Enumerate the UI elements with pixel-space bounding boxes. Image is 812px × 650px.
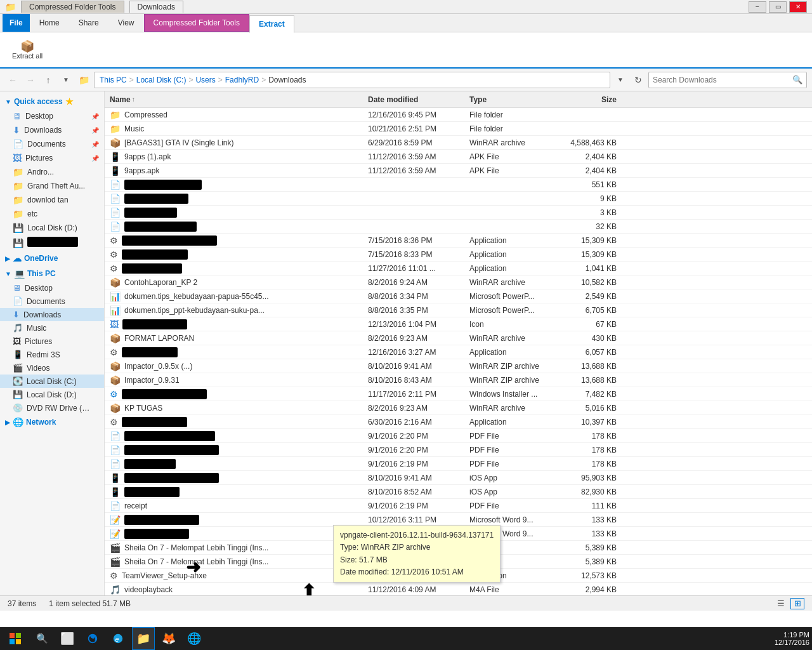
sidebar-item-localdisk-c[interactable]: 💽 Local Disk (C:) bbox=[0, 375, 104, 388]
tab-compressed-tools[interactable]: Compressed Folder Tools bbox=[144, 14, 250, 32]
sidebar-item-etc[interactable]: 📁 etc bbox=[0, 207, 104, 221]
col-header-name[interactable]: Name ↑ bbox=[105, 95, 368, 104]
tab-share[interactable]: Share bbox=[69, 14, 108, 32]
table-row[interactable]: 📄 32 KB bbox=[105, 220, 812, 234]
breadcrumb-thispc[interactable]: This PC bbox=[100, 76, 127, 84]
sidebar-item-pictures-pc[interactable]: 🖼 Pictures bbox=[0, 335, 104, 348]
sidebar-item-redacted-drive[interactable]: 💾 bbox=[0, 235, 104, 251]
table-row[interactable]: 🖼 12/13/2016 1:04 PM Icon 67 KB bbox=[105, 317, 812, 331]
sidebar-header-onedrive[interactable]: ▶ ☁ OneDrive bbox=[0, 251, 104, 266]
tab-downloads[interactable]: Downloads bbox=[129, 1, 183, 13]
table-row[interactable]: 📦 Impactor_0.9.5x (...) 8/10/2016 9:41 A… bbox=[105, 359, 812, 373]
breadcrumb[interactable]: This PC > Local Disk (C:) > Users > Fadh… bbox=[94, 72, 610, 88]
sidebar-item-localdisk-d2[interactable]: 💾 Local Disk (D:) bbox=[0, 388, 104, 401]
table-row[interactable]: ⚙ 6/30/2016 2:16 AM Application 10,397 K… bbox=[105, 415, 812, 429]
table-row[interactable]: ⚙ 11/27/2016 11:01 ... Application 1,041… bbox=[105, 262, 812, 275]
extract-all-button[interactable]: 📦 Extract all bbox=[8, 39, 47, 62]
table-row[interactable]: 📝 10/12/2016 3:11 PM Microsoft Word 9...… bbox=[105, 513, 812, 527]
start-button[interactable] bbox=[3, 627, 28, 650]
sidebar-item-documents-pc[interactable]: 📄 Documents bbox=[0, 295, 104, 308]
table-row[interactable]: 📦 FORMAT LAPORAN 8/2/2016 9:23 AM WinRAR… bbox=[105, 331, 812, 345]
table-row[interactable]: 📦 Impactor_0.9.31 8/10/2016 8:43 AM WinR… bbox=[105, 373, 812, 387]
sidebar-item-videos-pc[interactable]: 🎬 Videos bbox=[0, 361, 104, 375]
table-row[interactable]: 📦 [BAGAS31] GTA IV (Single Link) 6/29/20… bbox=[105, 136, 812, 150]
sidebar-item-music-pc[interactable]: 🎵 Music bbox=[0, 321, 104, 335]
table-row[interactable]: 📄 551 KB bbox=[105, 178, 812, 192]
table-row[interactable]: 📄 3 KB bbox=[105, 206, 812, 220]
table-row[interactable]: 📱 9apps (1).apk 11/12/2016 3:59 AM APK F… bbox=[105, 150, 812, 164]
table-row[interactable]: 📦 ContohLaporan_KP 2 8/2/2016 9:24 AM Wi… bbox=[105, 275, 812, 289]
sidebar-item-andro[interactable]: 📁 Andro... bbox=[0, 165, 104, 179]
table-row[interactable]: 📱 8/10/2016 8:52 AM iOS App 82,930 KB bbox=[105, 485, 812, 499]
breadcrumb-localdisk[interactable]: Local Disk (C:) bbox=[136, 76, 187, 84]
search-taskbar-button[interactable]: 🔍 bbox=[30, 627, 53, 650]
sidebar-item-pictures-pinned[interactable]: 🖼 Pictures 📌 bbox=[0, 151, 104, 165]
forward-button[interactable]: → bbox=[23, 72, 38, 88]
search-box[interactable]: 🔍 bbox=[648, 72, 807, 88]
table-row[interactable]: ⚙ 12/16/2016 3:27 AM Application 6,057 K… bbox=[105, 345, 812, 359]
col-header-date[interactable]: Date modified bbox=[368, 95, 469, 104]
table-row[interactable]: ⚙ 7/15/2016 8:33 PM Application 15,309 K… bbox=[105, 248, 812, 262]
col-header-type[interactable]: Type bbox=[469, 95, 558, 104]
sidebar-item-gta[interactable]: 📁 Grand Theft Au... bbox=[0, 179, 104, 193]
sidebar-header-network[interactable]: ▶ 🌐 Network bbox=[0, 415, 104, 430]
table-row[interactable]: 📝 10/12/2016 3:11 PM Microsoft Word 9...… bbox=[105, 527, 812, 541]
sidebar-item-localdisk-d[interactable]: 💾 Local Disk (D:) bbox=[0, 221, 104, 235]
sidebar-item-downloads-pc[interactable]: ⬇ Downloads bbox=[0, 308, 104, 321]
tab-compressed[interactable]: Compressed Folder Tools bbox=[21, 1, 124, 13]
table-row[interactable]: ⚙ 11/17/2016 2:11 PM Windows Installer .… bbox=[105, 387, 812, 401]
table-row[interactable]: 📄 receipt 9/1/2016 2:19 PM PDF File 111 … bbox=[105, 499, 812, 513]
table-row[interactable]: ⚙ TeamViewer_Setup-ahxe 12/11/2016 9:16 … bbox=[105, 569, 812, 583]
task-view-button[interactable]: ⬜ bbox=[56, 627, 79, 650]
table-row[interactable]: 📄 9/1/2016 2:19 PM PDF File 178 KB bbox=[105, 457, 812, 471]
refresh-button[interactable]: ↻ bbox=[631, 72, 646, 88]
restore-button[interactable]: ▭ bbox=[769, 1, 787, 13]
tab-view[interactable]: View bbox=[108, 14, 144, 32]
sidebar-item-redmi3s[interactable]: 📱 Redmi 3S bbox=[0, 348, 104, 361]
close-button[interactable]: ✕ bbox=[789, 1, 807, 13]
minimize-button[interactable]: − bbox=[749, 1, 766, 13]
recent-locations-button[interactable]: ▼ bbox=[58, 72, 74, 88]
table-row[interactable]: 📱 9apps.apk 11/12/2016 3:59 AM APK File … bbox=[105, 164, 812, 178]
sidebar-item-downloads-pinned[interactable]: ⬇ Downloads 📌 bbox=[0, 123, 104, 137]
sidebar-item-dvd[interactable]: 💿 DVD RW Drive (E:)... bbox=[0, 401, 104, 415]
tab-extract[interactable]: Extract bbox=[249, 15, 294, 33]
table-row[interactable]: 📁 Music 10/21/2016 2:51 PM File folder bbox=[105, 122, 812, 136]
table-row[interactable]: 📊 dokumen.tips_ppt-kebudayaan-suku-pa...… bbox=[105, 303, 812, 317]
large-icons-view-button[interactable]: ⊞ bbox=[790, 598, 804, 609]
sidebar-item-downlodtan[interactable]: 📁 downlod tan bbox=[0, 193, 104, 207]
sidebar-item-documents-pinned[interactable]: 📄 Documents 📌 bbox=[0, 137, 104, 151]
table-row[interactable]: 🎵 videoplayback 11/12/2016 4:09 AM M4A F… bbox=[105, 583, 812, 595]
tab-file[interactable]: File bbox=[3, 14, 30, 32]
edge-button[interactable] bbox=[81, 627, 104, 650]
breadcrumb-users[interactable]: Users bbox=[195, 76, 215, 84]
table-row[interactable]: 📱 8/10/2016 9:41 AM iOS App 95,903 KB bbox=[105, 471, 812, 485]
explorer-taskbar-button[interactable]: 📁 bbox=[132, 627, 155, 650]
table-row[interactable]: 📄 9/1/2016 2:20 PM PDF File 178 KB bbox=[105, 443, 812, 457]
file-list[interactable]: Name ↑ Date modified Type Size 📁 Compres… bbox=[105, 91, 812, 595]
ie-button[interactable]: e bbox=[107, 627, 129, 650]
firefox-button[interactable]: 🦊 bbox=[157, 627, 180, 650]
chrome-button[interactable]: 🌐 bbox=[183, 627, 206, 650]
table-row[interactable]: 📄 9/1/2016 2:20 PM PDF File 178 KB bbox=[105, 429, 812, 443]
search-input[interactable] bbox=[653, 76, 790, 84]
tab-home[interactable]: Home bbox=[30, 14, 69, 32]
back-button[interactable]: ← bbox=[5, 72, 20, 88]
dropdown-button[interactable]: ▼ bbox=[613, 72, 628, 88]
table-row[interactable]: 🎬 Sheila On 7 - Melompat Lebih Tinggi (I… bbox=[105, 555, 812, 569]
up-button[interactable]: ↑ bbox=[41, 72, 56, 88]
table-row[interactable]: 📊 dokumen.tips_kebudayaan-papua-55c45...… bbox=[105, 289, 812, 303]
sidebar-header-thispc[interactable]: ▼ 💻 This PC bbox=[0, 266, 104, 281]
col-header-size[interactable]: Size bbox=[558, 95, 622, 104]
table-row[interactable]: 📄 9 KB bbox=[105, 192, 812, 206]
breadcrumb-user[interactable]: FadhlyRD bbox=[225, 76, 259, 84]
sidebar-header-quickaccess[interactable]: ▼ Quick access ★ bbox=[0, 94, 104, 109]
table-row[interactable]: 📁 Compressed 12/16/2016 9:45 PM File fol… bbox=[105, 108, 812, 122]
details-view-button[interactable]: ☰ bbox=[774, 598, 788, 609]
sidebar-item-desktop-pinned[interactable]: 🖥 Desktop 📌 bbox=[0, 109, 104, 123]
table-row[interactable]: ⚙ 7/15/2016 8:36 PM Application 15,309 K… bbox=[105, 234, 812, 248]
table-row[interactable]: 📦 KP TUGAS 8/2/2016 9:23 AM WinRAR archi… bbox=[105, 401, 812, 415]
sidebar: ▼ Quick access ★ 🖥 Desktop 📌 ⬇ Downloads… bbox=[0, 91, 105, 595]
sidebar-item-desktop-pc[interactable]: 🖥 Desktop bbox=[0, 281, 104, 295]
table-row[interactable]: 🎬 Sheila On 7 - Melompat Lebih Tinggi (I… bbox=[105, 541, 812, 555]
